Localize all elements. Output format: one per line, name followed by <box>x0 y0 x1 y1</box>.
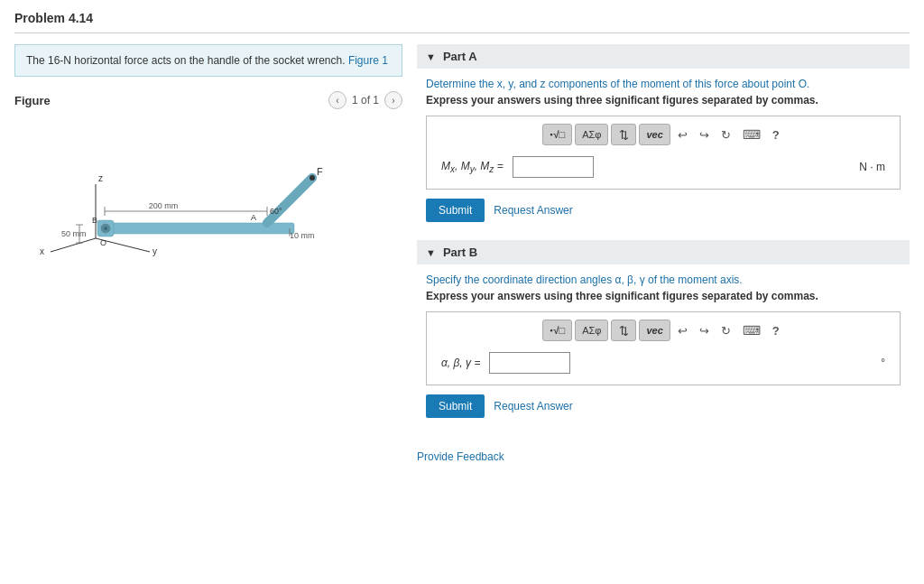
part-b-express: Express your answers using three signifi… <box>426 290 901 302</box>
right-panel: ▼ Part A Determine the x, y, and z compo… <box>417 44 910 463</box>
svg-text:O: O <box>100 238 106 247</box>
part-a-undo-btn[interactable]: ↩ <box>673 126 692 144</box>
svg-text:200 mm: 200 mm <box>149 201 179 210</box>
part-b-submit-btn[interactable]: Submit <box>426 394 485 418</box>
svg-text:y: y <box>152 246 157 256</box>
part-b-header: ▼ Part B <box>417 240 910 264</box>
part-a-input[interactable] <box>513 156 594 178</box>
left-panel: The 16-N horizontal force acts on the ha… <box>14 44 402 463</box>
part-a-refresh-btn[interactable]: ↻ <box>716 126 735 144</box>
part-a-arrow: ▼ <box>426 51 436 62</box>
part-b-redo-btn[interactable]: ↪ <box>695 322 714 339</box>
svg-text:x: x <box>40 246 44 256</box>
part-a-greek-btn[interactable]: ΑΣφ <box>575 124 608 145</box>
part-b-label: Part B <box>443 246 477 259</box>
svg-text:60°: 60° <box>270 207 282 216</box>
part-b-greek-btn[interactable]: ΑΣφ <box>575 320 608 341</box>
part-a-body: Determine the x, y, and z components of … <box>417 78 910 222</box>
prev-figure-btn[interactable]: ‹ <box>328 91 346 109</box>
wrench-diagram: z y x O <box>23 116 339 261</box>
part-b-vec-btn[interactable]: vec <box>639 320 670 341</box>
part-b-fraction-btn[interactable]: ▪√□ <box>542 320 572 341</box>
part-a-help-btn[interactable]: ? <box>768 126 784 144</box>
part-b-section: ▼ Part B Specify the coordinate directio… <box>417 240 910 418</box>
part-b-input[interactable] <box>489 352 570 374</box>
provide-feedback-link[interactable]: Provide Feedback <box>417 450 504 463</box>
problem-title: Problem 4.14 <box>14 11 910 25</box>
part-b-toolbar: ▪√□ ΑΣφ ⇅ vec ↩ ↪ ↻ ⌨ ? <box>434 320 892 341</box>
figure-image: z y x O <box>23 116 339 261</box>
svg-text:50 mm: 50 mm <box>61 229 87 238</box>
svg-text:A: A <box>251 213 256 222</box>
part-a-label: Part A <box>443 50 477 63</box>
part-b-answer-box: ▪√□ ΑΣφ ⇅ vec ↩ ↪ ↻ ⌨ ? <box>426 311 901 385</box>
part-b-help-btn[interactable]: ? <box>768 322 784 339</box>
part-b-keyboard-btn[interactable]: ⌨ <box>738 321 765 339</box>
svg-line-2 <box>51 238 96 252</box>
part-a-input-row: Mx, My, Mz = N · m <box>434 153 892 181</box>
part-a-submit-btn[interactable]: Submit <box>426 199 485 222</box>
next-figure-btn[interactable]: › <box>384 91 402 109</box>
part-a-section: ▼ Part A Determine the x, y, and z compo… <box>417 44 910 222</box>
part-a-toolbar: ▪√□ ΑΣφ ⇅ vec ↩ ↪ ↻ ⌨ ? <box>434 124 892 145</box>
part-b-input-label: α, β, γ = <box>441 357 480 369</box>
figure-header: Figure ‹ 1 of 1 › <box>14 91 402 109</box>
figure-label: Figure <box>14 94 51 107</box>
figure-section: Figure ‹ 1 of 1 › z y <box>14 91 402 261</box>
figure-link[interactable]: Figure 1 <box>348 54 388 67</box>
part-b-request-link[interactable]: Request Answer <box>494 400 572 413</box>
figure-nav: ‹ 1 of 1 › <box>328 91 402 109</box>
part-b-undo-btn[interactable]: ↩ <box>673 322 692 339</box>
description-text: The 16-N horizontal force acts on the ha… <box>26 54 346 67</box>
part-b-button-row: Submit Request Answer <box>426 394 901 418</box>
part-a-keyboard-btn[interactable]: ⌨ <box>738 125 765 144</box>
svg-line-12 <box>267 178 312 223</box>
part-b-arrow: ▼ <box>426 247 436 258</box>
svg-point-10 <box>104 227 107 230</box>
part-a-header: ▼ Part A <box>417 44 910 69</box>
svg-point-13 <box>310 175 315 181</box>
part-a-redo-btn[interactable]: ↪ <box>695 126 714 144</box>
part-a-fraction-btn[interactable]: ▪√□ <box>542 124 572 145</box>
part-a-unit: N · m <box>859 161 885 173</box>
part-b-unit: ° <box>881 357 885 369</box>
figure-description: The 16-N horizontal force acts on the ha… <box>14 44 402 77</box>
svg-text:B: B <box>92 216 97 225</box>
part-a-input-label: Mx, My, Mz = <box>441 160 504 174</box>
part-b-instruction: Specify the coordinate direction angles … <box>426 273 901 286</box>
part-b-body: Specify the coordinate direction angles … <box>417 273 910 418</box>
part-b-updown-btn[interactable]: ⇅ <box>611 320 636 341</box>
svg-text:F: F <box>317 166 323 177</box>
part-a-vec-btn[interactable]: vec <box>639 124 670 145</box>
divider <box>14 32 910 33</box>
svg-text:z: z <box>98 173 103 183</box>
nav-pages: 1 of 1 <box>352 94 379 107</box>
part-a-instruction: Determine the x, y, and z components of … <box>426 78 901 90</box>
part-a-request-link[interactable]: Request Answer <box>494 204 572 217</box>
svg-text:10 mm: 10 mm <box>290 231 315 240</box>
part-a-updown-btn[interactable]: ⇅ <box>611 124 636 145</box>
part-a-answer-box: ▪√□ ΑΣφ ⇅ vec ↩ ↪ ↻ ⌨ ? <box>426 116 901 190</box>
part-a-button-row: Submit Request Answer <box>426 199 901 222</box>
part-b-input-row: α, β, γ = ° <box>434 348 892 377</box>
part-b-refresh-btn[interactable]: ↻ <box>716 322 735 339</box>
part-a-express: Express your answers using three signifi… <box>426 94 901 107</box>
